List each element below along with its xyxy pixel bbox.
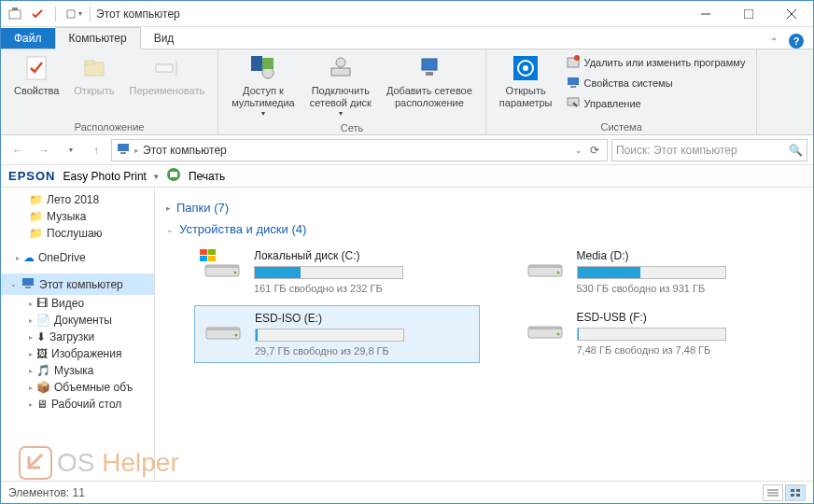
svg-point-42 xyxy=(556,272,559,274)
manage-icon xyxy=(566,95,581,112)
drive-item[interactable]: ESD-USB (F:)7,48 ГБ свободно из 7,48 ГБ xyxy=(517,305,803,363)
sys-props-button[interactable]: Свойства системы xyxy=(564,74,748,92)
svg-rect-30 xyxy=(170,172,177,177)
svg-point-21 xyxy=(523,65,528,71)
print-button[interactable]: Печать xyxy=(189,170,225,183)
svg-rect-54 xyxy=(791,494,794,497)
svg-point-23 xyxy=(574,55,580,61)
music-icon: 🎵 xyxy=(36,364,50,377)
svg-rect-2 xyxy=(67,10,75,18)
maximize-button[interactable] xyxy=(727,1,770,27)
manage-button[interactable]: Управление xyxy=(564,94,748,113)
epson-label[interactable]: Easy Photo Print xyxy=(63,170,147,183)
tab-computer[interactable]: Компьютер xyxy=(55,27,141,49)
map-drive-button[interactable]: Подключить сетевой диск▾ xyxy=(302,51,379,120)
svg-rect-17 xyxy=(422,59,437,70)
network-icon xyxy=(414,53,444,83)
svg-point-48 xyxy=(556,333,559,336)
drive-item[interactable]: ESD-ISO (E:)29,7 ГБ свободно из 29,8 ГБ xyxy=(194,305,480,363)
tree-thispc[interactable]: ⌄Этот компьютер xyxy=(1,273,154,295)
uninstall-button[interactable]: Удалить или изменить программу xyxy=(564,53,748,72)
tree-documents[interactable]: ▸📄Документы xyxy=(1,312,154,329)
add-net-loc-button[interactable]: Добавить сетевое расположение xyxy=(379,51,480,111)
svg-rect-0 xyxy=(9,10,21,19)
svg-rect-12 xyxy=(251,56,262,71)
group-network: Сеть xyxy=(224,120,480,135)
folders-group-header[interactable]: ▸Папки (7) xyxy=(166,201,802,215)
tree-music[interactable]: 📁Музыка xyxy=(1,208,154,225)
svg-rect-41 xyxy=(528,265,562,268)
tree-video[interactable]: ▸🎞Видео xyxy=(1,295,154,312)
svg-rect-38 xyxy=(205,265,239,268)
svg-rect-55 xyxy=(796,494,800,497)
multimedia-button[interactable]: Доступ к мультимедиа▾ xyxy=(224,51,302,120)
addr-dropdown-icon[interactable]: ⌄ xyxy=(575,146,582,155)
onedrive-icon: ☁ xyxy=(23,251,35,264)
properties-button[interactable]: Свойства xyxy=(7,51,66,99)
uninstall-icon xyxy=(566,54,581,71)
view-details-icon[interactable] xyxy=(763,484,783,501)
svg-point-16 xyxy=(336,58,345,67)
qat-app-icon[interactable] xyxy=(5,4,25,24)
forward-button[interactable]: → xyxy=(33,139,55,161)
up-button[interactable]: ↑ xyxy=(85,139,107,161)
ribbon-collapse-icon[interactable]: ⌃ xyxy=(770,36,778,47)
minimize-button[interactable] xyxy=(684,1,727,27)
drive-name: ESD-USB (F:) xyxy=(577,311,797,324)
qat-dropdown[interactable] xyxy=(63,4,84,24)
tree-music2[interactable]: ▸🎵Музыка xyxy=(1,362,154,379)
drive-bar xyxy=(577,328,726,341)
drive-bar xyxy=(254,266,403,279)
drive-free: 7,48 ГБ свободно из 7,48 ГБ xyxy=(577,344,797,356)
back-button[interactable]: ← xyxy=(7,139,29,161)
svg-rect-36 xyxy=(208,256,216,261)
tree-listen[interactable]: 📁Послушаю xyxy=(1,225,154,242)
epson-logo: EPSON xyxy=(8,169,56,183)
drives-group-header[interactable]: ⌄Устройства и диски (4) xyxy=(166,222,802,236)
svg-rect-44 xyxy=(206,328,240,330)
view-icons-icon[interactable] xyxy=(785,484,806,501)
close-button[interactable] xyxy=(770,1,813,27)
svg-rect-53 xyxy=(796,489,800,492)
drive-bar xyxy=(255,329,404,342)
tree-images[interactable]: ▸🖼Изображения xyxy=(1,345,154,362)
refresh-icon[interactable]: ⟳ xyxy=(586,144,603,157)
drive-icon xyxy=(201,312,246,345)
rename-button: Переименовать xyxy=(122,51,213,99)
open-button: Открыть xyxy=(66,51,121,99)
drive-icon xyxy=(523,311,568,344)
address-bar[interactable]: ▸ Этот компьютер ⌄ ⟳ xyxy=(111,139,608,161)
search-input[interactable]: Поиск: Этот компьютер 🔍 xyxy=(611,139,807,161)
help-icon[interactable]: ? xyxy=(789,34,804,49)
address-text: Этот компьютер xyxy=(143,144,571,157)
drive-name: Media (D:) xyxy=(577,249,797,262)
svg-rect-25 xyxy=(570,86,576,88)
settings-icon xyxy=(511,53,540,83)
svg-rect-27 xyxy=(118,144,129,151)
tree-volumes[interactable]: ▸📦Объемные объ xyxy=(1,379,154,396)
folder-icon: 📁 xyxy=(29,210,43,223)
tree-desktop[interactable]: ▸🖥Рабочий стол xyxy=(1,396,154,413)
search-icon[interactable]: 🔍 xyxy=(789,144,803,157)
drive-free: 29,7 ГБ свободно из 29,8 ГБ xyxy=(255,345,473,357)
svg-rect-31 xyxy=(22,278,34,286)
print-icon xyxy=(166,167,181,185)
rename-icon xyxy=(152,53,182,83)
drive-free: 530 ГБ свободно из 931 ГБ xyxy=(577,283,797,294)
drive-icon xyxy=(200,249,245,283)
tab-view[interactable]: Вид xyxy=(141,28,188,49)
epson-toolbar: EPSON Easy Photo Print ▾ Печать xyxy=(1,165,813,188)
qat-properties-icon[interactable] xyxy=(27,4,48,24)
documents-icon: 📄 xyxy=(36,314,50,327)
tree-summer[interactable]: 📁Лето 2018 xyxy=(1,191,154,208)
open-params-button[interactable]: Открыть параметры xyxy=(492,51,560,111)
drive-item[interactable]: Media (D:)530 ГБ свободно из 931 ГБ xyxy=(517,244,803,300)
svg-rect-14 xyxy=(262,58,274,69)
tree-downloads[interactable]: ▸⬇Загрузки xyxy=(1,329,154,345)
history-dropdown[interactable] xyxy=(59,139,81,161)
svg-rect-24 xyxy=(568,77,579,85)
tree-onedrive[interactable]: ▸☁OneDrive xyxy=(1,249,154,266)
drive-item[interactable]: Локальный диск (C:)161 ГБ свободно из 23… xyxy=(194,244,480,300)
tab-file[interactable]: Файл xyxy=(1,28,55,49)
multimedia-icon xyxy=(248,53,278,83)
